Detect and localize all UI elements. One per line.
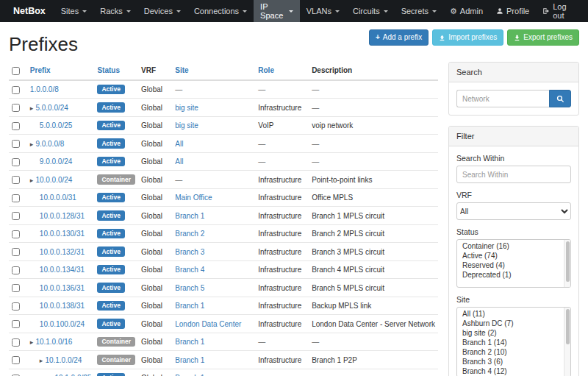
prefix-link[interactable]: 9.0.0.0/8 [35, 140, 64, 148]
vrf-select[interactable]: All [456, 202, 571, 220]
site-scroll-thumb[interactable] [566, 309, 570, 344]
status-cell: Active [94, 207, 138, 225]
prefix-link[interactable]: 10.0.0.136/31 [40, 284, 85, 292]
listbox-option[interactable]: big site (2) [457, 328, 570, 338]
listbox-option[interactable]: Branch 1 (14) [457, 338, 570, 347]
nav-items: SitesRacksDevicesConnectionsIP SpaceVLAN… [54, 0, 443, 22]
prefix-link[interactable]: 10.0.0.130/31 [40, 230, 85, 238]
prefix-link[interactable]: 1.0.0.0/8 [30, 85, 59, 93]
site-link[interactable]: big site [175, 104, 198, 112]
expand-caret-icon[interactable]: ▸ [30, 338, 34, 346]
prefix-link[interactable]: 5.0.0.0/24 [35, 104, 68, 112]
row-checkbox[interactable] [12, 356, 20, 364]
listbox-option[interactable]: Branch 3 (6) [457, 357, 570, 366]
table-body: 1.0.0.0/8ActiveGlobal———▸5.0.0.0/24Activ… [9, 80, 438, 376]
site-link[interactable]: Branch 5 [175, 284, 204, 292]
prefix-link[interactable]: 10.0.0.132/31 [40, 248, 85, 256]
prefix-link[interactable]: 9.0.0.0/24 [40, 157, 72, 166]
prefix-link[interactable]: 10.0.0.138/31 [40, 302, 85, 310]
site-link[interactable]: Branch 1 [175, 302, 204, 310]
nav-item-secrets[interactable]: Secrets [395, 0, 443, 22]
expand-caret-icon[interactable]: ▸ [40, 357, 43, 364]
vrf-cell: Global [138, 188, 172, 207]
prefix-link[interactable]: 10.0.0.0/31 [40, 194, 76, 202]
listbox-option[interactable]: Branch 4 (12) [457, 366, 570, 376]
listbox-option[interactable]: Ashburn DC (7) [457, 319, 570, 328]
row-checkbox[interactable] [12, 320, 20, 328]
row-checkbox[interactable] [12, 302, 20, 311]
row-checkbox[interactable] [12, 338, 20, 347]
expand-caret-icon[interactable]: ▸ [30, 177, 34, 184]
nav-item-admin[interactable]: ⚙ Admin [443, 0, 490, 22]
nav-item-logout[interactable]: Log out [536, 0, 584, 22]
search-within-input[interactable] [456, 166, 571, 183]
site-link[interactable]: Branch 3 [175, 248, 204, 256]
prefix-link[interactable]: 10.0.100.0/24 [40, 320, 85, 328]
prefix-link[interactable]: 10.0.0.128/31 [40, 212, 85, 220]
expand-caret-icon[interactable]: ▸ [30, 104, 34, 112]
listbox-option[interactable]: Branch 2 (10) [457, 347, 570, 357]
prefix-link[interactable]: 10.0.0.134/31 [40, 266, 85, 274]
export-prefixes-button[interactable]: Export prefixes [507, 29, 579, 46]
row-checkbox[interactable] [12, 284, 20, 292]
site-link[interactable]: Branch 2 [175, 230, 204, 238]
prefix-link[interactable]: 10.1.0.0/24 [45, 356, 82, 364]
row-checkbox-cell [9, 116, 27, 135]
status-listbox[interactable]: Container (16)Active (74)Reserved (4)Dep… [456, 239, 571, 288]
row-checkbox[interactable] [12, 104, 20, 112]
column-header-role[interactable]: Role [255, 62, 309, 80]
nav-item-vlans[interactable]: VLANs [300, 0, 346, 22]
row-checkbox[interactable] [12, 194, 20, 202]
import-prefixes-button[interactable]: Import prefixes [432, 29, 503, 46]
row-checkbox[interactable] [12, 176, 20, 184]
status-scroll-thumb[interactable] [566, 241, 570, 282]
site-link[interactable]: Main Office [175, 194, 212, 202]
site-link[interactable]: London Data Center [175, 320, 241, 328]
site-link[interactable]: big site [175, 121, 198, 130]
table-row: 10.0.0.138/31ActiveGlobalBranch 1Infrast… [9, 297, 438, 315]
row-checkbox[interactable] [12, 86, 20, 94]
nav-item-ip-space[interactable]: IP Space [254, 0, 300, 22]
prefix-link[interactable]: 10.0.0.0/24 [35, 176, 72, 184]
column-header-site[interactable]: Site [172, 62, 255, 80]
site-link[interactable]: All [175, 140, 183, 148]
row-checkbox[interactable] [12, 122, 20, 130]
row-checkbox[interactable] [12, 230, 20, 238]
row-checkbox[interactable] [12, 140, 20, 148]
nav-item-devices[interactable]: Devices [137, 0, 187, 22]
row-checkbox[interactable] [12, 212, 20, 220]
expand-caret-icon[interactable]: ▸ [30, 141, 34, 148]
status-scrollbar[interactable] [564, 240, 570, 287]
site-scrollbar[interactable] [564, 308, 570, 376]
nav-item-profile[interactable]: Profile [490, 0, 536, 22]
site-listbox[interactable]: All (11)Ashburn DC (7)big site (2)Branch… [456, 307, 571, 376]
listbox-option[interactable]: All (11) [457, 309, 570, 319]
row-checkbox-cell [9, 333, 27, 351]
site-link[interactable]: Branch 1 [175, 356, 204, 364]
row-checkbox[interactable] [12, 248, 20, 256]
row-checkbox[interactable] [12, 158, 20, 166]
prefix-link[interactable]: 5.0.0.0/25 [40, 121, 72, 130]
nav-item-racks[interactable]: Racks [93, 0, 137, 22]
site-link[interactable]: Branch 1 [175, 338, 204, 346]
nav-item-sites[interactable]: Sites [54, 0, 93, 22]
site-link[interactable]: All [175, 157, 183, 166]
select-all-checkbox[interactable] [12, 67, 20, 75]
listbox-option[interactable]: Active (74) [457, 251, 570, 260]
column-header-prefix[interactable]: Prefix [27, 62, 95, 80]
brand[interactable]: NetBox [4, 0, 54, 22]
prefix-link[interactable]: 10.1.0.0/16 [35, 338, 72, 346]
site-link[interactable]: Branch 1 [175, 212, 204, 220]
search-input[interactable] [456, 90, 549, 107]
listbox-option[interactable]: Deprecated (1) [457, 270, 570, 280]
listbox-option[interactable]: Reserved (4) [457, 260, 570, 270]
vrf-cell: Global [138, 260, 172, 279]
nav-item-circuits[interactable]: Circuits [346, 0, 395, 22]
column-header-status[interactable]: Status [94, 62, 138, 80]
row-checkbox[interactable] [12, 266, 20, 274]
listbox-option[interactable]: Container (16) [457, 241, 570, 251]
search-button[interactable] [549, 90, 571, 107]
nav-item-connections[interactable]: Connections [187, 0, 254, 22]
add-prefix-button[interactable]: + Add a prefix [369, 29, 429, 46]
site-link[interactable]: Branch 4 [175, 266, 204, 274]
